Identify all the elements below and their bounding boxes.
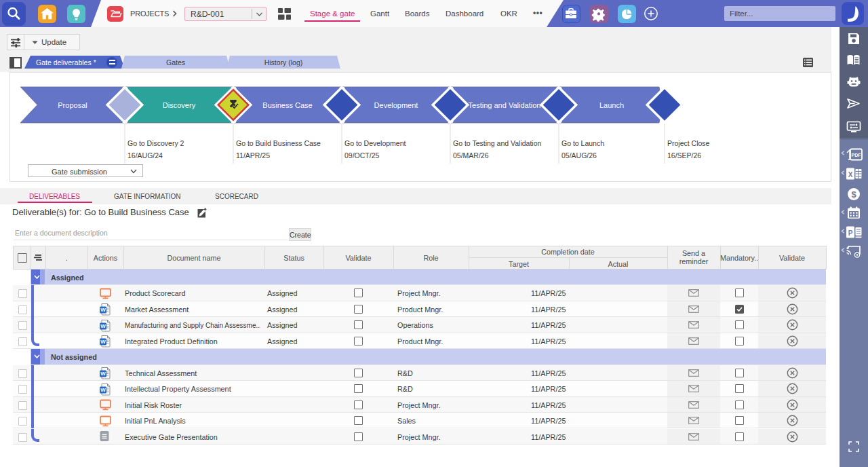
- svg-text:W: W: [100, 307, 106, 313]
- svg-text:Testing and Validation: Testing and Validation: [469, 101, 541, 109]
- svg-text:05/MAR/26: 05/MAR/26: [453, 151, 489, 160]
- svg-text:Development: Development: [374, 101, 418, 109]
- svg-text:W: W: [100, 339, 106, 345]
- svg-text:Go to Launch: Go to Launch: [561, 139, 604, 147]
- svg-text:Launch: Launch: [599, 101, 624, 109]
- svg-text:X: X: [848, 171, 853, 179]
- svg-text:PDF: PDF: [852, 153, 862, 157]
- svg-text:16/SEP/26: 16/SEP/26: [667, 151, 701, 160]
- svg-text:09/OCT/25: 09/OCT/25: [344, 151, 380, 160]
- svg-text:16/AUG/24: 16/AUG/24: [127, 151, 163, 160]
- svg-text:Project Close: Project Close: [667, 139, 710, 147]
- svg-text:$: $: [851, 189, 856, 200]
- svg-text:05/AUG/26: 05/AUG/26: [561, 151, 597, 160]
- svg-text:Business Case: Business Case: [262, 101, 312, 109]
- svg-text:Discovery: Discovery: [163, 101, 196, 109]
- svg-text:W: W: [100, 387, 106, 393]
- svg-text:11/APR/25: 11/APR/25: [236, 151, 270, 160]
- svg-text:Go to Discovery 2: Go to Discovery 2: [127, 139, 184, 147]
- svg-text:P: P: [848, 229, 853, 237]
- svg-text:W: W: [100, 323, 106, 329]
- svg-text:Go to Development: Go to Development: [344, 139, 406, 147]
- svg-text:Proposal: Proposal: [58, 101, 87, 109]
- svg-text:Go to Build Business Case: Go to Build Business Case: [236, 139, 321, 147]
- svg-text:Go to Testing and Validation: Go to Testing and Validation: [453, 139, 542, 147]
- svg-text:W: W: [100, 371, 106, 377]
